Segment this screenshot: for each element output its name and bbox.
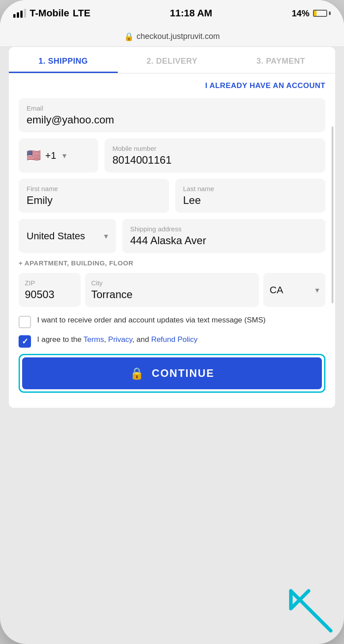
url-text: checkout.justpruvit.com — [136, 32, 220, 41]
tab-payment[interactable]: 3. PAYMENT — [226, 47, 335, 73]
first-name-field[interactable]: First name Emily — [19, 179, 169, 213]
battery-indicator — [313, 10, 331, 17]
mobile-label: Mobile number — [112, 145, 317, 152]
tab-bar: 1. SHIPPING 2. DELIVERY 3. PAYMENT — [9, 47, 335, 73]
terms-pre-text: I agree to the — [37, 335, 84, 344]
last-name-field[interactable]: Last name Lee — [175, 179, 326, 213]
country-code-value: +1 — [45, 150, 56, 161]
signal-bar-2 — [17, 12, 19, 18]
country-selector[interactable]: United States ▾ — [19, 219, 116, 253]
terms-checkbox[interactable] — [19, 335, 31, 348]
signal-bar-3 — [20, 11, 23, 18]
terms-checkbox-label: I agree to the Terms, Privacy, and Refun… — [37, 334, 197, 345]
continue-button-wrapper: 🔒 CONTINUE — [19, 354, 325, 393]
arrow-annotation — [282, 582, 335, 635]
privacy-link[interactable]: Privacy — [108, 335, 132, 344]
arrow-icon — [282, 582, 335, 635]
carrier-label: T-Mobile — [30, 8, 69, 19]
mobile-number-field[interactable]: Mobile number 8014001161 — [104, 138, 325, 172]
continue-label: CONTINUE — [152, 367, 214, 380]
terms-mid-text: , — [104, 335, 108, 344]
apartment-link[interactable]: + APARTMENT, BUILDING, FLOOR — [19, 259, 325, 267]
scroll-bar[interactable] — [332, 126, 333, 303]
signal-bars — [13, 9, 26, 18]
mobile-value: 8014001161 — [112, 154, 317, 166]
main-content: 1. SHIPPING 2. DELIVERY 3. PAYMENT I ALR… — [9, 47, 335, 408]
sms-checkbox-label: I want to receive order and account upda… — [37, 315, 266, 326]
terms-end-text: , and — [132, 335, 151, 344]
terms-checkbox-row: I agree to the Terms, Privacy, and Refun… — [19, 334, 325, 348]
signal-bar-4 — [24, 9, 26, 18]
last-name-label: Last name — [183, 185, 318, 192]
network-label: LTE — [73, 8, 90, 19]
status-right: 14% — [292, 8, 331, 19]
battery-percent: 14% — [292, 8, 309, 19]
tab-delivery[interactable]: 2. DELIVERY — [118, 47, 227, 73]
svg-line-0 — [291, 591, 331, 631]
signal-bar-1 — [13, 14, 15, 18]
country-address-row: United States ▾ Shipping address 444 Ala… — [19, 219, 325, 253]
city-label: City — [91, 279, 253, 287]
name-row: First name Emily Last name Lee — [19, 179, 325, 213]
continue-lock-icon: 🔒 — [130, 367, 144, 380]
zip-field[interactable]: ZIP 90503 — [19, 273, 81, 307]
url-bar[interactable]: 🔒 checkout.justpruvit.com — [0, 27, 344, 47]
account-link[interactable]: I ALREADY HAVE AN ACCOUNT — [19, 81, 325, 90]
zip-label: ZIP — [25, 279, 74, 287]
state-chevron-icon: ▾ — [315, 285, 319, 295]
last-name-value: Lee — [183, 194, 318, 207]
state-selector[interactable]: CA ▾ — [263, 273, 325, 307]
email-value: emily@yahoo.com — [27, 114, 317, 126]
country-value: United States — [27, 230, 85, 242]
email-field[interactable]: Email emily@yahoo.com — [19, 98, 325, 132]
first-name-value: Emily — [27, 194, 161, 207]
country-code-selector[interactable]: 🇺🇸 +1 ▾ — [19, 138, 98, 172]
lock-icon: 🔒 — [124, 32, 134, 42]
time-display: 11:18 AM — [170, 8, 213, 19]
chevron-down-icon: ▾ — [62, 151, 66, 161]
location-row: ZIP 90503 City Torrance CA ▾ — [19, 273, 325, 307]
state-value: CA — [270, 284, 283, 296]
form-area: I ALREADY HAVE AN ACCOUNT Email emily@ya… — [9, 73, 335, 408]
us-flag-icon: 🇺🇸 — [27, 149, 41, 162]
terms-link[interactable]: Terms — [84, 335, 104, 344]
refund-policy-link[interactable]: Refund Policy — [151, 335, 197, 344]
sms-checkbox[interactable] — [19, 316, 31, 328]
first-name-label: First name — [27, 185, 161, 192]
continue-button[interactable]: 🔒 CONTINUE — [22, 357, 322, 389]
phone-row: 🇺🇸 +1 ▾ Mobile number 8014001161 — [19, 138, 325, 172]
shipping-address-field[interactable]: Shipping address 444 Alaska Aver — [122, 219, 325, 253]
city-field[interactable]: City Torrance — [85, 273, 259, 307]
shipping-address-value: 444 Alaska Aver — [130, 234, 317, 247]
email-label: Email — [27, 104, 317, 112]
sms-checkbox-row: I want to receive order and account upda… — [19, 315, 325, 328]
phone-frame: T-Mobile LTE 11:18 AM 14% 🔒 checkout.jus… — [0, 0, 344, 644]
country-chevron-icon: ▾ — [104, 231, 108, 241]
status-bar: T-Mobile LTE 11:18 AM 14% — [0, 0, 344, 27]
shipping-address-label: Shipping address — [130, 225, 317, 233]
tab-shipping[interactable]: 1. SHIPPING — [9, 47, 118, 73]
status-left: T-Mobile LTE — [13, 8, 90, 19]
zip-value: 90503 — [25, 288, 74, 301]
city-value: Torrance — [91, 288, 253, 301]
